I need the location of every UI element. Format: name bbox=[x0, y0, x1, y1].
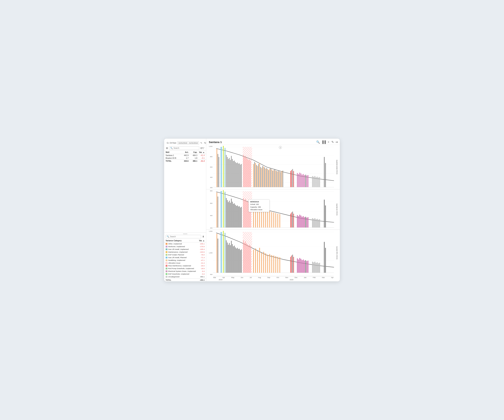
svg-rect-124 bbox=[247, 202, 248, 228]
variance-row[interactable]: Electrical System Down, Unplanned-9.4 bbox=[164, 270, 206, 272]
svg-rect-55 bbox=[268, 170, 269, 187]
svg-rect-111 bbox=[233, 204, 234, 228]
info-icon[interactable]: ℹ bbox=[279, 146, 282, 149]
svg-rect-105 bbox=[227, 200, 228, 228]
svg-rect-224 bbox=[305, 260, 306, 273]
svg-rect-116 bbox=[238, 207, 239, 228]
variance-row[interactable]: ESP Install, Planned-76.0 bbox=[164, 253, 206, 256]
export-icon[interactable]: ⇥ bbox=[335, 140, 338, 144]
svg-rect-179 bbox=[230, 245, 231, 273]
svg-rect-120 bbox=[243, 198, 244, 227]
filter-button-top[interactable]: ⊟▽ bbox=[200, 146, 205, 150]
variance-table-header: Variance Category Var. ▲ bbox=[164, 239, 206, 242]
svg-rect-42 bbox=[255, 163, 256, 187]
bottom-search-box[interactable]: 🔍 bbox=[166, 235, 201, 238]
svg-rect-202 bbox=[259, 248, 260, 273]
svg-rect-74 bbox=[297, 173, 298, 187]
svg-rect-49 bbox=[262, 166, 263, 187]
date-range-button[interactable]: 01/01/2019 – 01/31/2019 bbox=[177, 142, 199, 144]
svg-rect-147 bbox=[298, 216, 299, 228]
category-color-box bbox=[166, 262, 168, 264]
svg-rect-178 bbox=[229, 243, 230, 273]
svg-rect-22 bbox=[232, 159, 233, 187]
svg-rect-53 bbox=[266, 168, 267, 187]
bottom-search-row: 🔍 ⬇ bbox=[164, 235, 206, 239]
edit-icon[interactable]: ✎ bbox=[331, 140, 334, 144]
add-icon[interactable]: ＋ bbox=[327, 140, 330, 144]
svg-rect-130 bbox=[257, 208, 258, 228]
svg-rect-164 bbox=[325, 205, 326, 228]
variance-row[interactable]: Allocation Issue-41.4 bbox=[164, 262, 206, 264]
main-window: Gr. Oil Rate 01/01/2019 – 01/31/2019 ↖ ↻… bbox=[164, 139, 340, 281]
bar-chart-icon[interactable]: ▐▐ bbox=[321, 141, 326, 144]
svg-rect-219 bbox=[299, 258, 300, 273]
variance-row[interactable]: Gas Lift Install, Planned-71.3 bbox=[164, 256, 206, 259]
svg-rect-54 bbox=[267, 169, 268, 187]
top-toolbar: Gr. Oil Rate 01/01/2019 – 01/31/2019 ↖ ↻ bbox=[164, 140, 206, 146]
svg-rect-60 bbox=[273, 170, 274, 187]
table-row[interactable]: Braxton 03 B 1.7 1.8 -0.1 bbox=[164, 157, 206, 160]
table-row[interactable]: Santana 1 442.9 484.3 -41.4 bbox=[164, 154, 206, 157]
download-button[interactable]: ⬇ bbox=[202, 235, 205, 238]
variance-row[interactable]: Rod Pump Downhole, Unplanned-18.9 bbox=[164, 267, 206, 270]
variance-row[interactable]: Maintenance, Unplanned-103.6 bbox=[164, 251, 206, 253]
svg-rect-99 bbox=[216, 192, 217, 228]
y-label-gas: Gross Gas MCFD bbox=[334, 230, 340, 276]
svg-rect-213 bbox=[290, 257, 291, 273]
svg-rect-210 bbox=[276, 256, 276, 273]
category-color-box bbox=[166, 243, 168, 245]
variance-row[interactable]: Gas Lift Install, Unplanned-105.4 bbox=[164, 248, 206, 251]
svg-rect-212 bbox=[279, 257, 280, 273]
svg-rect-44 bbox=[257, 166, 258, 187]
category-color-box bbox=[166, 268, 168, 269]
svg-rect-197 bbox=[249, 245, 250, 273]
y-label-boe: Gross BOE BOEPD bbox=[334, 145, 340, 189]
variance-row[interactable]: Workover, Unplanned-170.9 bbox=[164, 245, 206, 248]
svg-rect-215 bbox=[292, 255, 293, 273]
svg-rect-27 bbox=[237, 163, 238, 187]
svg-rect-217 bbox=[297, 259, 298, 273]
search-icon-header[interactable]: 🔍 bbox=[316, 140, 320, 144]
svg-rect-183 bbox=[234, 246, 235, 273]
svg-rect-154 bbox=[306, 218, 307, 228]
top-search-input[interactable] bbox=[174, 147, 198, 149]
svg-rect-26 bbox=[236, 163, 237, 187]
svg-rect-86 bbox=[314, 176, 315, 187]
table-icon-button[interactable]: ⊞ bbox=[166, 146, 168, 150]
svg-rect-38 bbox=[249, 159, 250, 187]
category-color-box bbox=[166, 251, 168, 253]
svg-rect-191 bbox=[243, 240, 244, 273]
svg-rect-177 bbox=[228, 245, 229, 273]
cursor-button[interactable]: ↖ bbox=[200, 141, 203, 145]
svg-rect-43 bbox=[256, 165, 257, 187]
well-table-header: Well Act. Cap. Var. ▲ bbox=[164, 151, 206, 154]
svg-rect-37 bbox=[248, 160, 249, 187]
svg-rect-196 bbox=[248, 246, 249, 273]
svg-rect-126 bbox=[249, 202, 250, 228]
svg-rect-11 bbox=[218, 154, 218, 187]
chart-gross-oil: 800 600 400 200 bbox=[206, 189, 340, 230]
svg-rect-115 bbox=[237, 205, 238, 228]
variance-row[interactable]: ESP Downhole, Unplanned-0.4 bbox=[164, 272, 206, 275]
variance-rows: Other, Unplanned-235.1Workover, Unplanne… bbox=[164, 242, 206, 278]
variance-row[interactable]: Other, Unplanned-235.1 bbox=[164, 242, 206, 245]
svg-rect-194 bbox=[246, 243, 247, 273]
svg-rect-139 bbox=[276, 213, 276, 228]
svg-rect-211 bbox=[277, 257, 278, 273]
svg-rect-230 bbox=[316, 263, 317, 273]
category-color-box bbox=[166, 248, 168, 250]
variance-row[interactable]: Swabbing, Unplanned-47.1 bbox=[164, 259, 206, 262]
svg-rect-112 bbox=[234, 203, 235, 228]
top-search-box[interactable]: 🔍 bbox=[169, 146, 199, 150]
svg-rect-92 bbox=[325, 163, 326, 187]
bottom-search-input[interactable] bbox=[170, 236, 200, 238]
svg-rect-180 bbox=[231, 241, 232, 273]
svg-rect-78 bbox=[302, 175, 302, 187]
drag-handle[interactable] bbox=[164, 233, 206, 235]
svg-rect-19 bbox=[229, 158, 230, 187]
variance-row[interactable]: Flow Interference, Unplanned-25.5 bbox=[164, 264, 206, 267]
svg-rect-32 bbox=[243, 155, 244, 187]
svg-rect-77 bbox=[300, 173, 301, 187]
svg-rect-17 bbox=[227, 157, 228, 187]
variance-row[interactable]: Uncategorized450.1 bbox=[164, 275, 206, 278]
